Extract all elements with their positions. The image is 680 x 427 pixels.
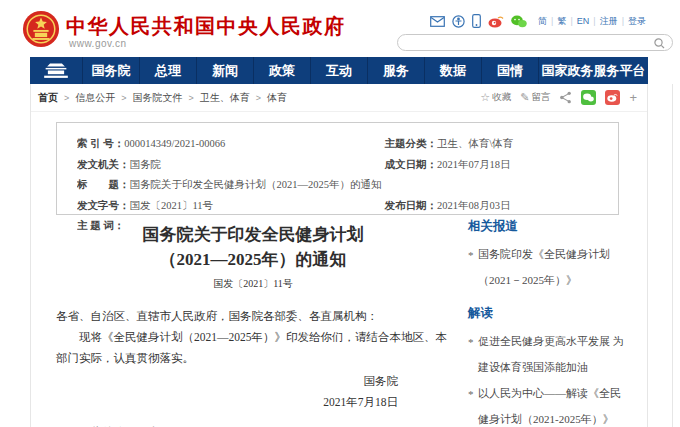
main-nav: 国务院 总理 新闻 政策 互动 服务 数据 国情 国家政务服务平台: [30, 57, 648, 84]
meta-docno-label: 发文字号：: [77, 200, 130, 211]
collect-button[interactable]: ☆ 收藏: [480, 91, 511, 104]
related-reports-heading: 相关报道: [468, 218, 624, 235]
nav-item-zhengce[interactable]: 政策: [253, 57, 310, 84]
site-url[interactable]: www.gov.cn: [69, 38, 127, 49]
meta-category-label: 主题分类：: [384, 138, 437, 149]
meta-index-label: 索 引 号：: [77, 138, 124, 149]
breadcrumb-bar: 首页 > 信息公开 > 国务院文件 > 卫生、体育 > 体育 ☆ 收藏 ✎ 留言: [31, 84, 647, 112]
nav-item-zhengwu-platform[interactable]: 国家政务服务平台: [538, 57, 648, 84]
pencil-icon: ✎: [520, 91, 529, 104]
nav-item-fuwu[interactable]: 服务: [367, 57, 424, 84]
lang-english[interactable]: EN: [577, 16, 590, 26]
mobile-client-icon[interactable]: [472, 14, 481, 28]
interpretation-link[interactable]: * 以人民为中心——解读《全民健身计划（2021-2025年）》: [468, 380, 624, 427]
breadcrumb-guowuyuan-wenjian[interactable]: 国务院文件: [133, 91, 183, 105]
meta-org-label: 发文机关：: [77, 159, 130, 170]
signer: 国务院: [56, 371, 398, 392]
nav-item-hudong[interactable]: 互动: [310, 57, 367, 84]
meta-publish-value: 2021年08月03日: [437, 200, 511, 211]
document-meta-box: 索 引 号：000014349/2021-00066 主题分类：卫生、体育\体育…: [56, 122, 619, 215]
bullet-marker: *: [468, 242, 474, 268]
nav-item-xinwen[interactable]: 新闻: [196, 57, 253, 84]
document-body: 各省、自治区、直辖市人民政府，国务院各部委、各直属机构： 现将《全民健身计划（2…: [56, 306, 450, 369]
bullet-marker: *: [468, 381, 474, 407]
content-container: 首页 > 信息公开 > 国务院文件 > 卫生、体育 > 体育 ☆ 收藏 ✎ 留言: [30, 84, 648, 427]
star-icon: ☆: [480, 91, 490, 104]
meta-title-label: 标 题：: [77, 179, 130, 190]
page-tools: ☆ 收藏 ✎ 留言: [480, 90, 637, 105]
document-number: 国发〔2021〕11号: [56, 277, 450, 291]
meta-written-label: 成文日期：: [384, 159, 437, 170]
mail-icon[interactable]: [430, 16, 445, 27]
share-icon[interactable]: [559, 91, 572, 104]
meta-index-value: 000014349/2021-00066: [124, 138, 225, 149]
header-tools: 简 | 繁 | EN | 注册 | 登录: [376, 13, 676, 29]
login-link[interactable]: 登录: [628, 15, 646, 28]
salutation-paragraph: 各省、自治区、直辖市人民政府，国务院各部委、各直属机构：: [56, 306, 450, 327]
nav-home-tab[interactable]: [30, 57, 82, 84]
weibo-share-button[interactable]: [605, 90, 620, 105]
bullet-marker: *: [468, 329, 474, 355]
document-title: 国务院关于印发全民健身计划 （2021—2025年）的通知: [56, 222, 450, 272]
meta-category-value: 卫生、体育\体育: [437, 138, 513, 149]
wechat-share-button[interactable]: [581, 90, 596, 105]
breadcrumb-weisheng-tiyu[interactable]: 卫生、体育: [200, 91, 250, 105]
comment-button[interactable]: ✎ 留言: [520, 91, 550, 104]
lang-traditional[interactable]: 繁: [557, 15, 566, 28]
sidebar: 相关报道 * 国务院印发《全民健身计划（2021－2025年）》 解读 * 促进…: [468, 218, 624, 427]
more-share-button[interactable]: +: [629, 90, 637, 105]
breadcrumb: 首页 > 信息公开 > 国务院文件 > 卫生、体育 > 体育: [38, 91, 287, 105]
meta-docno-value: 国发〔2021〕11号: [130, 200, 214, 211]
meta-written-value: 2021年07月18日: [437, 159, 511, 170]
weibo-icon[interactable]: [488, 15, 504, 28]
meta-publish-label: 发布日期：: [384, 200, 437, 211]
nav-item-zongli[interactable]: 总理: [139, 57, 196, 84]
lang-simplified[interactable]: 简: [538, 15, 547, 28]
wechat-icon[interactable]: [511, 15, 527, 28]
interpretation-heading: 解读: [468, 305, 624, 322]
nav-item-guowuyuan[interactable]: 国务院: [82, 57, 139, 84]
meta-org-value: 国务院: [130, 159, 162, 170]
signature-block: 国务院 2021年7月18日: [56, 371, 450, 413]
breadcrumb-tiyu[interactable]: 体育: [267, 91, 287, 105]
nav-item-shuju[interactable]: 数据: [424, 57, 481, 84]
wechat-share-icon: [583, 93, 594, 102]
page: 中华人民共和国中央人民政府 www.gov.cn: [0, 0, 680, 427]
accessibility-icon[interactable]: [452, 15, 465, 28]
related-report-link[interactable]: * 国务院印发《全民健身计划（2021－2025年）》: [468, 241, 624, 293]
breadcrumb-home[interactable]: 首页: [38, 91, 58, 105]
site-header: 中华人民共和国中央人民政府 www.gov.cn: [0, 0, 680, 57]
page-edge-divider: [672, 84, 673, 427]
document-area: 国务院关于印发全民健身计划 （2021—2025年）的通知 国发〔2021〕11…: [56, 222, 450, 427]
site-title: 中华人民共和国中央人民政府: [66, 13, 346, 40]
meta-title-value: 国务院关于印发全民健身计划（2021—2025年）的通知: [130, 179, 382, 190]
register-link[interactable]: 注册: [600, 15, 618, 28]
interpretation-link[interactable]: * 促进全民健身更高水平发展 为建设体育强国添能加油: [468, 328, 624, 380]
breadcrumb-xinxigongkai[interactable]: 信息公开: [75, 91, 115, 105]
search-input[interactable]: [397, 34, 673, 51]
nav-item-guoqing[interactable]: 国情: [481, 57, 538, 84]
sign-date: 2021年7月18日: [56, 392, 398, 413]
body-paragraph: 现将《全民健身计划（2021—2025年）》印发给你们，请结合本地区、本部门实际…: [56, 327, 450, 369]
search-icon[interactable]: [654, 38, 665, 49]
tiananmen-home-icon: [41, 62, 71, 79]
national-emblem-logo: [22, 9, 60, 49]
weibo-share-icon: [607, 93, 618, 102]
